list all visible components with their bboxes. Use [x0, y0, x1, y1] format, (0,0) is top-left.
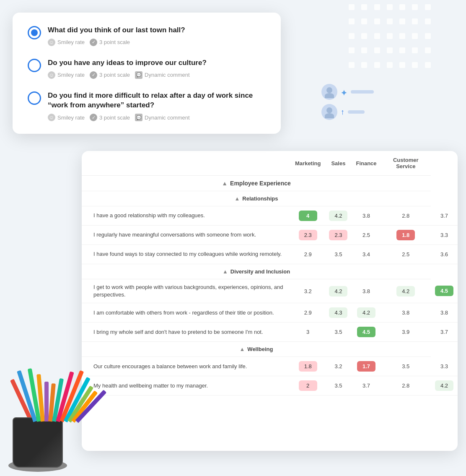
tag-label-comment: Dynamic comment [145, 114, 190, 121]
value-cell: 4.5 [352, 323, 381, 342]
table-row: I bring my whole self and don't have to … [82, 323, 458, 342]
value-cell: 3.7 [431, 323, 458, 342]
value-cell: 1.7 [352, 357, 381, 376]
value-cell: 3.2 [325, 357, 352, 376]
value-cell: 3.6 [431, 245, 458, 264]
pencil-cup [13, 417, 63, 468]
value-cell: 3.5 [381, 357, 431, 376]
col-header-finance: Finance [352, 151, 381, 176]
value-cell: 2.8 [381, 376, 431, 395]
pencil [44, 382, 49, 421]
col-header-marketing: Marketing [291, 151, 325, 176]
value-cell: 3.2 [291, 279, 325, 303]
value-cell: 1.8 [291, 357, 325, 376]
value-cell: 2.3 [325, 226, 352, 245]
tag-label-smiley: Smiley rate [57, 72, 85, 78]
subsection-header: ▲Wellbeing [82, 342, 431, 357]
value-cell: 3.5 [325, 376, 352, 395]
tag-label-check: 3 point scale [99, 114, 130, 121]
tag-smiley: ☺Smiley rate [48, 114, 85, 121]
table-row: I am comfortable with others from work -… [82, 303, 458, 323]
value-cell: 3.8 [352, 206, 381, 226]
value-cell: 3.3 [431, 357, 458, 376]
pencils [8, 346, 75, 421]
survey-card: What did you think of our last town hall… [13, 13, 281, 134]
question-cell: I have a good relationship with my colle… [82, 206, 291, 226]
radio-2[interactable] [28, 59, 41, 72]
value-cell: 4.2 [325, 279, 352, 303]
value-cell: 2.9 [291, 303, 325, 323]
value-cell: 2.5 [352, 226, 381, 245]
add-user-icon: ✦ [341, 88, 347, 95]
value-cell: 3.8 [381, 303, 431, 323]
tag-smiley: ☺Smiley rate [48, 39, 85, 46]
table-row: I regularly have meaningful conversation… [82, 226, 458, 245]
radio-3[interactable] [28, 91, 41, 105]
value-cell: 4.2 [325, 206, 352, 226]
question-text-1: What did you think of our last town hall… [48, 25, 266, 35]
survey-question-1: What did you think of our last town hall… [28, 25, 266, 46]
tag-comment: 💬Dynamic comment [135, 114, 190, 121]
question-cell: I have found ways to stay connected to m… [82, 245, 291, 264]
question-cell: My health and wellbeing matter to my man… [82, 376, 291, 395]
value-cell: 4 [291, 206, 325, 226]
value-cell: 1.8 [381, 226, 431, 245]
value-cell: 2.3 [291, 226, 325, 245]
tag-check: ✓3 point scale [90, 39, 130, 46]
dot-grid-decoration [349, 4, 432, 71]
tag-label-check: 3 point scale [99, 39, 130, 45]
tag-check: ✓3 point scale [90, 71, 130, 79]
col-header-sales: Sales [325, 151, 352, 176]
value-cell: 3.3 [431, 226, 458, 245]
user-avatar-1 [321, 84, 337, 100]
value-cell: 3.8 [431, 303, 458, 323]
value-cell: 4.5 [431, 279, 458, 303]
subsection-header: ▲Diversity and Inclusion [82, 264, 431, 279]
value-cell: 2.9 [291, 245, 325, 264]
table-row: I have found ways to stay connected to m… [82, 245, 458, 264]
user-line-1 [351, 90, 374, 94]
value-cell: 2.8 [381, 206, 431, 226]
table-row: I have a good relationship with my colle… [82, 206, 458, 226]
user-avatar-2 [321, 104, 337, 120]
value-cell: 3.7 [352, 376, 381, 395]
question-cell: I bring my whole self and don't have to … [82, 323, 291, 342]
pencil-holder-decoration [0, 350, 92, 476]
value-cell: 4.3 [325, 303, 352, 323]
radio-1[interactable] [28, 26, 41, 39]
tag-label-smiley: Smiley rate [57, 114, 85, 121]
value-cell: 4.2 [431, 376, 458, 395]
subsection-header: ▲Relationships [82, 191, 431, 206]
col-header-customer-service: Customer Service [381, 151, 431, 176]
col-header-question [82, 151, 291, 176]
up-arrow-icon: ↑ [341, 108, 344, 117]
value-cell: 2.5 [381, 245, 431, 264]
tag-check: ✓3 point scale [90, 114, 130, 121]
question-text-2: Do you have any ideas to improve our cul… [48, 58, 266, 68]
table-row: My health and wellbeing matter to my man… [82, 376, 458, 395]
table-row: I get to work with people with various b… [82, 279, 458, 303]
data-table: Marketing Sales Finance Customer Service… [82, 151, 458, 395]
user-line-2 [348, 110, 365, 114]
value-cell: 4.2 [381, 279, 431, 303]
section-header: ▲Employee Experience [82, 176, 431, 191]
question-cell: I regularly have meaningful conversation… [82, 226, 291, 245]
tag-comment: 💬Dynamic comment [135, 71, 190, 79]
question-cell: Our culture encourages a balance between… [82, 357, 291, 376]
user-icons-decoration: ✦ ↑ [321, 84, 374, 120]
question-cell: I get to work with people with various b… [82, 279, 291, 303]
value-cell: 3.9 [381, 323, 431, 342]
survey-question-3: Do you find it more difficult to relax a… [28, 91, 266, 122]
value-cell: 4.2 [352, 303, 381, 323]
value-cell: 3.4 [352, 245, 381, 264]
survey-question-2: Do you have any ideas to improve our cul… [28, 58, 266, 79]
question-text-3: Do you find it more difficult to relax a… [48, 91, 266, 111]
value-cell: 3.8 [352, 279, 381, 303]
tag-smiley: ☺Smiley rate [48, 71, 85, 79]
question-cell: I am comfortable with others from work -… [82, 303, 291, 323]
value-cell: 3.5 [325, 323, 352, 342]
table-row: Our culture encourages a balance between… [82, 357, 458, 376]
data-table-card: Marketing Sales Finance Customer Service… [82, 151, 458, 451]
value-cell: 3.7 [431, 206, 458, 226]
tag-label-check: 3 point scale [99, 72, 130, 78]
